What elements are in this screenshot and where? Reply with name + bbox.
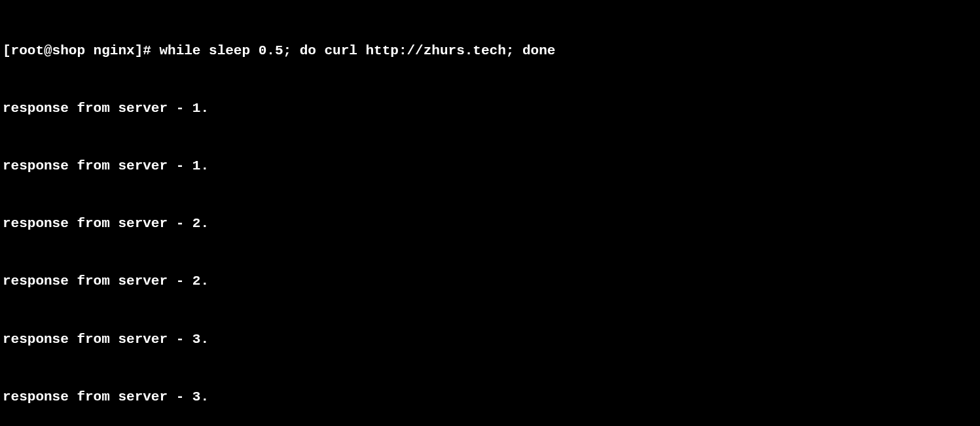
output-line: response from server - 1. [3,156,977,175]
shell-prompt: [root@shop nginx]# [3,43,159,58]
output-line: response from server - 3. [3,387,977,406]
command-line: [root@shop nginx]# while sleep 0.5; do c… [3,41,977,60]
output-line: response from server - 1. [3,99,977,118]
output-line: response from server - 3. [3,330,977,349]
shell-command: while sleep 0.5; do curl http://zhurs.te… [159,43,555,58]
output-line: response from server - 2. [3,272,977,291]
terminal-window[interactable]: [root@shop nginx]# while sleep 0.5; do c… [3,3,977,426]
output-line: response from server - 2. [3,214,977,233]
